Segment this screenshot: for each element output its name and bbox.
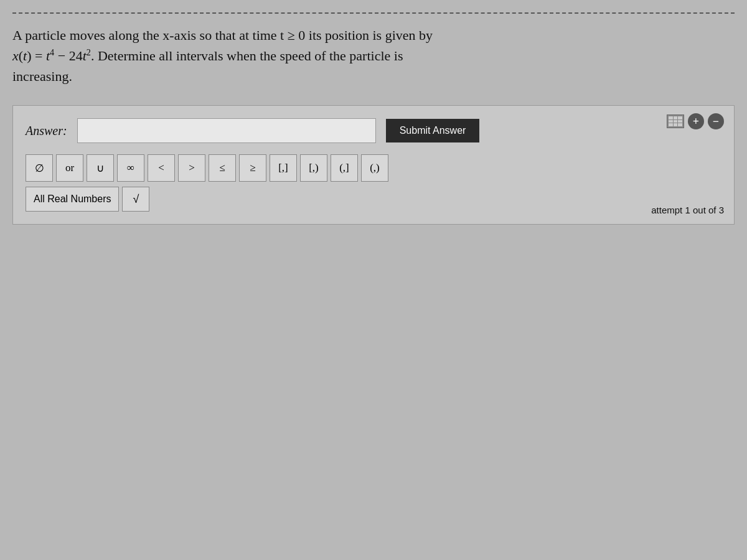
attempt-text: attempt 1 out of 3 [651, 205, 724, 215]
symbol-row-1: ∅ or ∪ ∞ < > ≤ ≥ [,] [,) (,] (,) [26, 154, 721, 182]
problem-line3: increasing. [12, 68, 72, 84]
symbol-row-2: All Real Numbers √ [26, 187, 721, 212]
empty-set-button[interactable]: ∅ [26, 154, 53, 182]
dashed-divider [12, 12, 735, 14]
closed-interval-button[interactable]: [,] [270, 154, 297, 182]
main-container: A particle moves along the x-axis so tha… [0, 0, 747, 560]
problem-line2: x(t) = t4 − 24t2. Determine all interval… [12, 48, 403, 63]
half-open-right-button[interactable]: (,] [331, 154, 358, 182]
answer-panel: + − Answer: Submit Answer ∅ or ∪ ∞ < > ≤… [12, 105, 735, 225]
problem-line1: A particle moves along the x-axis so tha… [12, 27, 433, 43]
less-equal-button[interactable]: ≤ [209, 154, 236, 182]
open-interval-button[interactable]: (,) [361, 154, 388, 182]
zoom-in-button[interactable]: + [688, 113, 704, 129]
infinity-button[interactable]: ∞ [117, 154, 144, 182]
greater-equal-button[interactable]: ≥ [239, 154, 266, 182]
problem-text: A particle moves along the x-axis so tha… [12, 25, 735, 86]
sqrt-button[interactable]: √ [122, 187, 149, 212]
all-real-numbers-button[interactable]: All Real Numbers [26, 187, 119, 212]
top-right-icons: + − [667, 113, 724, 129]
submit-button[interactable]: Submit Answer [386, 119, 480, 142]
answer-row: Answer: Submit Answer [26, 118, 721, 143]
answer-label: Answer: [26, 124, 67, 138]
zoom-out-button[interactable]: − [708, 113, 724, 129]
or-button[interactable]: or [56, 154, 83, 182]
union-button[interactable]: ∪ [87, 154, 114, 182]
answer-input[interactable] [77, 118, 376, 143]
less-than-button[interactable]: < [148, 154, 175, 182]
greater-than-button[interactable]: > [178, 154, 205, 182]
half-open-left-button[interactable]: [,) [300, 154, 327, 182]
grid-icon [667, 114, 684, 128]
